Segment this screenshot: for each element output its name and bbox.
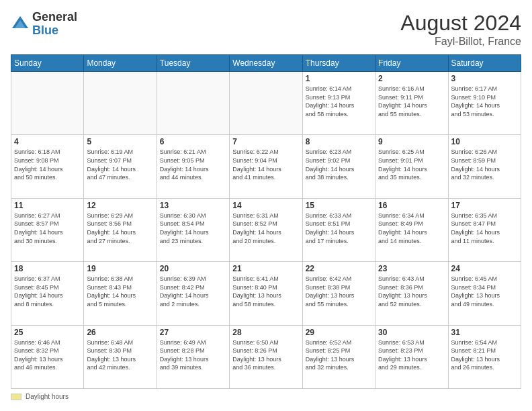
day-number: 2	[378, 74, 445, 83]
day-number: 7	[232, 137, 299, 146]
day-number: 15	[306, 201, 372, 210]
day-info: Sunrise: 6:46 AMSunset: 8:32 PMDaylight:…	[14, 338, 81, 372]
day-number: 20	[160, 264, 226, 273]
day-number: 9	[378, 137, 445, 146]
calendar-cell: 21Sunrise: 6:41 AMSunset: 8:40 PMDayligh…	[230, 262, 302, 325]
calendar-cell: 19Sunrise: 6:38 AMSunset: 8:43 PMDayligh…	[84, 262, 157, 325]
day-info: Sunrise: 6:31 AMSunset: 8:52 PMDaylight:…	[232, 212, 299, 245]
day-number: 21	[232, 264, 299, 273]
legend-bar	[11, 394, 21, 400]
day-info: Sunrise: 6:43 AMSunset: 8:36 PMDaylight:…	[378, 275, 445, 308]
calendar-cell: 9Sunrise: 6:25 AMSunset: 9:01 PMDaylight…	[375, 135, 448, 198]
calendar-week-3: 18Sunrise: 6:37 AMSunset: 8:45 PMDayligh…	[11, 262, 521, 325]
calendar-cell: 7Sunrise: 6:22 AMSunset: 9:04 PMDaylight…	[230, 135, 302, 198]
day-info: Sunrise: 6:33 AMSunset: 8:51 PMDaylight:…	[306, 212, 372, 245]
day-number: 12	[87, 201, 153, 210]
calendar-cell: 18Sunrise: 6:37 AMSunset: 8:45 PMDayligh…	[11, 262, 84, 325]
calendar-cell: 1Sunrise: 6:14 AMSunset: 9:13 PMDaylight…	[302, 72, 375, 135]
calendar-cell: 14Sunrise: 6:31 AMSunset: 8:52 PMDayligh…	[230, 198, 302, 261]
calendar-cell: 31Sunrise: 6:54 AMSunset: 8:21 PMDayligh…	[448, 325, 521, 388]
calendar-week-1: 4Sunrise: 6:18 AMSunset: 9:08 PMDaylight…	[11, 135, 521, 198]
day-number: 14	[232, 201, 299, 210]
day-info: Sunrise: 6:27 AMSunset: 8:57 PMDaylight:…	[14, 212, 81, 245]
calendar-week-0: 1Sunrise: 6:14 AMSunset: 9:13 PMDaylight…	[11, 72, 521, 135]
day-info: Sunrise: 6:45 AMSunset: 8:34 PMDaylight:…	[451, 275, 518, 308]
day-info: Sunrise: 6:21 AMSunset: 9:05 PMDaylight:…	[160, 148, 226, 181]
calendar-cell: 2Sunrise: 6:16 AMSunset: 9:11 PMDaylight…	[375, 72, 448, 135]
day-number: 29	[306, 328, 372, 337]
calendar-cell: 22Sunrise: 6:42 AMSunset: 8:38 PMDayligh…	[302, 262, 375, 325]
day-info: Sunrise: 6:39 AMSunset: 8:42 PMDaylight:…	[160, 275, 226, 308]
calendar-cell	[11, 72, 84, 135]
day-info: Sunrise: 6:30 AMSunset: 8:54 PMDaylight:…	[160, 212, 226, 245]
day-header-tuesday: Tuesday	[157, 55, 229, 72]
day-number: 24	[451, 264, 518, 273]
day-info: Sunrise: 6:19 AMSunset: 9:07 PMDaylight:…	[87, 148, 153, 181]
calendar-cell: 5Sunrise: 6:19 AMSunset: 9:07 PMDaylight…	[84, 135, 157, 198]
day-number: 3	[451, 74, 518, 83]
calendar-cell: 11Sunrise: 6:27 AMSunset: 8:57 PMDayligh…	[11, 198, 84, 261]
day-info: Sunrise: 6:26 AMSunset: 8:59 PMDaylight:…	[451, 148, 518, 181]
calendar-cell	[157, 72, 229, 135]
page: General Blue August 2024 Fayl-Billot, Fr…	[0, 0, 532, 411]
day-number: 22	[306, 264, 372, 273]
calendar-cell: 25Sunrise: 6:46 AMSunset: 8:32 PMDayligh…	[11, 325, 84, 388]
day-number: 17	[451, 201, 518, 210]
day-number: 8	[306, 137, 372, 146]
day-info: Sunrise: 6:38 AMSunset: 8:43 PMDaylight:…	[87, 275, 153, 308]
day-info: Sunrise: 6:23 AMSunset: 9:02 PMDaylight:…	[306, 148, 372, 181]
location: Fayl-Billot, France	[400, 36, 521, 48]
calendar-cell: 17Sunrise: 6:35 AMSunset: 8:47 PMDayligh…	[448, 198, 521, 261]
calendar-header-row: SundayMondayTuesdayWednesdayThursdayFrid…	[11, 55, 521, 72]
logo-general: General	[32, 11, 77, 24]
day-header-wednesday: Wednesday	[230, 55, 302, 72]
day-number: 25	[14, 328, 81, 337]
logo-icon	[11, 15, 30, 34]
calendar-cell: 12Sunrise: 6:29 AMSunset: 8:56 PMDayligh…	[84, 198, 157, 261]
calendar-cell: 20Sunrise: 6:39 AMSunset: 8:42 PMDayligh…	[157, 262, 229, 325]
logo: General Blue	[11, 11, 77, 38]
day-info: Sunrise: 6:14 AMSunset: 9:13 PMDaylight:…	[306, 85, 372, 118]
day-info: Sunrise: 6:50 AMSunset: 8:26 PMDaylight:…	[232, 338, 299, 372]
day-info: Sunrise: 6:53 AMSunset: 8:23 PMDaylight:…	[378, 338, 445, 372]
calendar-cell: 30Sunrise: 6:53 AMSunset: 8:23 PMDayligh…	[375, 325, 448, 388]
day-info: Sunrise: 6:17 AMSunset: 9:10 PMDaylight:…	[451, 85, 518, 118]
day-number: 16	[378, 201, 445, 210]
day-header-friday: Friday	[375, 55, 448, 72]
calendar-cell: 24Sunrise: 6:45 AMSunset: 8:34 PMDayligh…	[448, 262, 521, 325]
day-info: Sunrise: 6:42 AMSunset: 8:38 PMDaylight:…	[306, 275, 372, 308]
day-number: 27	[160, 328, 226, 337]
calendar-cell: 26Sunrise: 6:48 AMSunset: 8:30 PMDayligh…	[84, 325, 157, 388]
day-info: Sunrise: 6:18 AMSunset: 9:08 PMDaylight:…	[14, 148, 81, 181]
calendar-cell: 23Sunrise: 6:43 AMSunset: 8:36 PMDayligh…	[375, 262, 448, 325]
calendar-week-2: 11Sunrise: 6:27 AMSunset: 8:57 PMDayligh…	[11, 198, 521, 261]
calendar-cell: 27Sunrise: 6:49 AMSunset: 8:28 PMDayligh…	[157, 325, 229, 388]
day-info: Sunrise: 6:52 AMSunset: 8:25 PMDaylight:…	[306, 338, 372, 372]
calendar-cell	[230, 72, 302, 135]
day-info: Sunrise: 6:41 AMSunset: 8:40 PMDaylight:…	[232, 275, 299, 308]
month-year: August 2024	[400, 11, 521, 36]
calendar-cell	[84, 72, 157, 135]
day-number: 28	[232, 328, 299, 337]
calendar-cell: 6Sunrise: 6:21 AMSunset: 9:05 PMDaylight…	[157, 135, 229, 198]
day-number: 18	[14, 264, 81, 273]
day-number: 30	[378, 328, 445, 337]
legend: Daylight hours	[11, 393, 521, 400]
logo-text: General Blue	[32, 11, 77, 38]
calendar-cell: 28Sunrise: 6:50 AMSunset: 8:26 PMDayligh…	[230, 325, 302, 388]
calendar-cell: 15Sunrise: 6:33 AMSunset: 8:51 PMDayligh…	[302, 198, 375, 261]
calendar-cell: 10Sunrise: 6:26 AMSunset: 8:59 PMDayligh…	[448, 135, 521, 198]
day-header-saturday: Saturday	[448, 55, 521, 72]
day-info: Sunrise: 6:49 AMSunset: 8:28 PMDaylight:…	[160, 338, 226, 372]
calendar-cell: 13Sunrise: 6:30 AMSunset: 8:54 PMDayligh…	[157, 198, 229, 261]
day-info: Sunrise: 6:25 AMSunset: 9:01 PMDaylight:…	[378, 148, 445, 181]
day-info: Sunrise: 6:35 AMSunset: 8:47 PMDaylight:…	[451, 212, 518, 245]
day-number: 19	[87, 264, 153, 273]
day-header-thursday: Thursday	[302, 55, 375, 72]
calendar-cell: 16Sunrise: 6:34 AMSunset: 8:49 PMDayligh…	[375, 198, 448, 261]
legend-label: Daylight hours	[26, 393, 69, 400]
day-info: Sunrise: 6:54 AMSunset: 8:21 PMDaylight:…	[451, 338, 518, 372]
header: General Blue August 2024 Fayl-Billot, Fr…	[11, 11, 521, 48]
day-number: 13	[160, 201, 226, 210]
day-number: 11	[14, 201, 81, 210]
